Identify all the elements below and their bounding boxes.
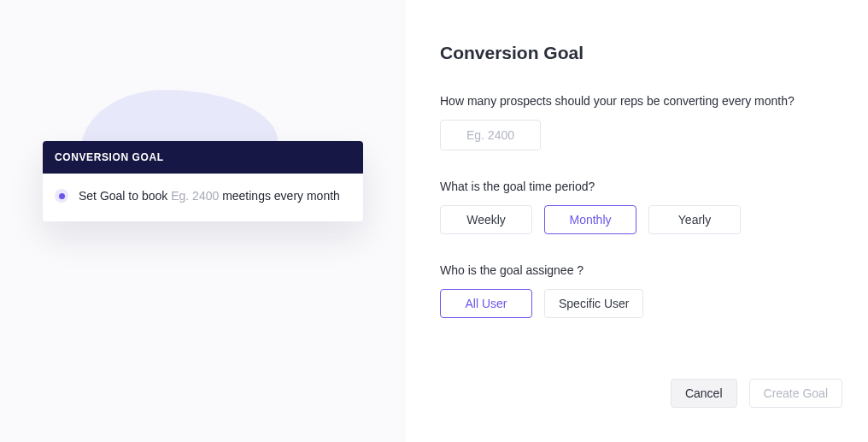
form-panel: Conversion Goal How many prospects shoul… — [406, 0, 868, 442]
period-label: What is the goal time period? — [440, 180, 834, 193]
period-yearly[interactable]: Yearly — [648, 205, 741, 234]
prospects-field-group: How many prospects should your reps be c… — [440, 94, 834, 150]
period-weekly[interactable]: Weekly — [440, 205, 532, 234]
prospects-label: How many prospects should your reps be c… — [440, 94, 834, 108]
form-footer: Cancel Create Goal — [671, 379, 842, 408]
preview-prefix: Set Goal to book — [79, 189, 171, 203]
preview-header: CONVERSION GOAL — [43, 141, 363, 174]
radio-icon — [55, 189, 68, 203]
preview-panel: CONVERSION GOAL Set Goal to book Eg. 240… — [0, 0, 406, 442]
assignee-options: All User Specific User — [440, 289, 834, 318]
goal-preview-card: CONVERSION GOAL Set Goal to book Eg. 240… — [43, 141, 363, 221]
page-title: Conversion Goal — [440, 43, 834, 63]
cancel-button[interactable]: Cancel — [671, 379, 737, 408]
period-options: Weekly Monthly Yearly — [440, 205, 834, 234]
period-field-group: What is the goal time period? Weekly Mon… — [440, 180, 834, 234]
preview-placeholder: Eg. 2400 — [171, 189, 219, 203]
create-goal-button[interactable]: Create Goal — [749, 379, 842, 408]
period-monthly[interactable]: Monthly — [544, 205, 636, 234]
assignee-all[interactable]: All User — [440, 289, 532, 318]
assignee-field-group: Who is the goal assignee ? All User Spec… — [440, 263, 834, 318]
assignee-specific[interactable]: Specific User — [544, 289, 643, 318]
preview-suffix: meetings every month — [219, 189, 340, 203]
prospects-input[interactable] — [440, 120, 541, 150]
preview-body: Set Goal to book Eg. 2400 meetings every… — [43, 174, 363, 221]
preview-text: Set Goal to book Eg. 2400 meetings every… — [79, 189, 340, 203]
assignee-label: Who is the goal assignee ? — [440, 263, 834, 277]
